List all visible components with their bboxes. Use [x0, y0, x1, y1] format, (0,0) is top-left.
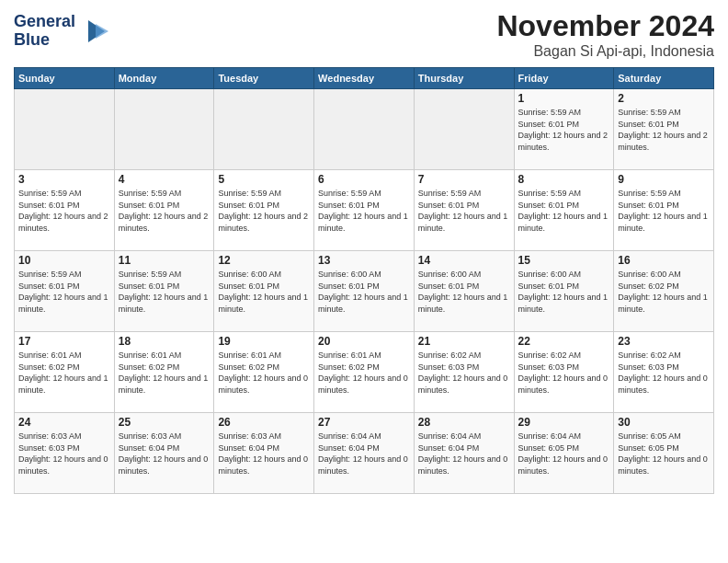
day-number: 29 [518, 416, 610, 429]
logo-line2: Blue [14, 31, 75, 50]
calendar-cell: 18Sunrise: 6:01 AMSunset: 6:02 PMDayligh… [114, 332, 214, 413]
calendar-week-1: 1Sunrise: 5:59 AMSunset: 6:01 PMDaylight… [15, 89, 714, 170]
calendar-cell: 4Sunrise: 5:59 AMSunset: 6:01 PMDaylight… [114, 170, 214, 251]
day-info: Sunrise: 6:02 AMSunset: 6:03 PMDaylight:… [418, 350, 510, 396]
day-number: 1 [518, 92, 610, 105]
day-number: 19 [218, 335, 310, 348]
month-title: November 2024 [496, 9, 714, 43]
calendar-cell: 6Sunrise: 5:59 AMSunset: 6:01 PMDaylight… [314, 170, 415, 251]
day-info: Sunrise: 5:59 AMSunset: 6:01 PMDaylight:… [218, 188, 310, 234]
day-number: 25 [119, 416, 210, 429]
day-info: Sunrise: 5:59 AMSunset: 6:01 PMDaylight:… [119, 269, 210, 315]
day-number: 2 [618, 92, 710, 105]
header-monday: Monday [114, 68, 214, 89]
day-number: 6 [318, 173, 410, 186]
calendar-cell: 11Sunrise: 5:59 AMSunset: 6:01 PMDayligh… [114, 251, 214, 332]
day-info: Sunrise: 5:59 AMSunset: 6:01 PMDaylight:… [518, 188, 610, 234]
logo-icon [77, 15, 110, 48]
day-info: Sunrise: 6:04 AMSunset: 6:04 PMDaylight:… [318, 431, 410, 477]
day-info: Sunrise: 5:59 AMSunset: 6:01 PMDaylight:… [18, 269, 110, 315]
calendar-cell: 15Sunrise: 6:00 AMSunset: 6:01 PMDayligh… [514, 251, 614, 332]
logo-line1: General [14, 13, 75, 31]
day-info: Sunrise: 5:59 AMSunset: 6:01 PMDaylight:… [418, 188, 510, 234]
calendar-cell: 12Sunrise: 6:00 AMSunset: 6:01 PMDayligh… [214, 251, 314, 332]
calendar-table: Sunday Monday Tuesday Wednesday Thursday… [14, 67, 714, 494]
day-info: Sunrise: 6:03 AMSunset: 6:03 PMDaylight:… [18, 431, 110, 477]
calendar-cell: 30Sunrise: 6:05 AMSunset: 6:05 PMDayligh… [614, 413, 714, 494]
calendar-cell: 29Sunrise: 6:04 AMSunset: 6:05 PMDayligh… [514, 413, 614, 494]
day-info: Sunrise: 6:01 AMSunset: 6:02 PMDaylight:… [119, 350, 210, 396]
day-info: Sunrise: 6:04 AMSunset: 6:05 PMDaylight:… [518, 431, 610, 477]
day-number: 20 [318, 335, 410, 348]
day-info: Sunrise: 5:59 AMSunset: 6:01 PMDaylight:… [618, 107, 710, 153]
calendar-cell: 17Sunrise: 6:01 AMSunset: 6:02 PMDayligh… [15, 332, 115, 413]
calendar-cell: 25Sunrise: 6:03 AMSunset: 6:04 PMDayligh… [114, 413, 214, 494]
day-number: 27 [318, 416, 410, 429]
calendar-cell: 8Sunrise: 5:59 AMSunset: 6:01 PMDaylight… [514, 170, 614, 251]
header-wednesday: Wednesday [314, 68, 415, 89]
day-info: Sunrise: 5:59 AMSunset: 6:01 PMDaylight:… [318, 188, 410, 234]
svg-marker-1 [96, 24, 108, 39]
day-number: 23 [618, 335, 710, 348]
day-number: 4 [119, 173, 210, 186]
day-number: 15 [518, 254, 610, 267]
calendar-cell: 10Sunrise: 5:59 AMSunset: 6:01 PMDayligh… [15, 251, 115, 332]
header-saturday: Saturday [614, 68, 714, 89]
day-info: Sunrise: 6:00 AMSunset: 6:01 PMDaylight:… [418, 269, 510, 315]
day-info: Sunrise: 6:00 AMSunset: 6:02 PMDaylight:… [618, 269, 710, 315]
calendar-cell: 1Sunrise: 5:59 AMSunset: 6:01 PMDaylight… [514, 89, 614, 170]
day-number: 24 [18, 416, 110, 429]
header: General Blue November 2024 Bagan Si Api-… [14, 9, 714, 60]
day-number: 8 [518, 173, 610, 186]
day-number: 13 [318, 254, 410, 267]
calendar-cell [114, 89, 214, 170]
calendar-cell: 3Sunrise: 5:59 AMSunset: 6:01 PMDaylight… [15, 170, 115, 251]
calendar-cell: 20Sunrise: 6:01 AMSunset: 6:02 PMDayligh… [314, 332, 415, 413]
day-info: Sunrise: 6:00 AMSunset: 6:01 PMDaylight:… [318, 269, 410, 315]
day-info: Sunrise: 5:59 AMSunset: 6:01 PMDaylight:… [518, 107, 610, 153]
day-number: 22 [518, 335, 610, 348]
calendar-cell [15, 89, 115, 170]
day-info: Sunrise: 5:59 AMSunset: 6:01 PMDaylight:… [18, 188, 110, 234]
calendar-cell: 28Sunrise: 6:04 AMSunset: 6:04 PMDayligh… [414, 413, 514, 494]
day-info: Sunrise: 6:02 AMSunset: 6:03 PMDaylight:… [518, 350, 610, 396]
calendar-cell: 7Sunrise: 5:59 AMSunset: 6:01 PMDaylight… [414, 170, 514, 251]
day-number: 26 [218, 416, 310, 429]
logo: General Blue [14, 13, 110, 50]
calendar-week-4: 17Sunrise: 6:01 AMSunset: 6:02 PMDayligh… [15, 332, 714, 413]
title-area: November 2024 Bagan Si Api-api, Indonesi… [496, 9, 714, 60]
calendar-cell [314, 89, 415, 170]
calendar-cell: 21Sunrise: 6:02 AMSunset: 6:03 PMDayligh… [414, 332, 514, 413]
day-info: Sunrise: 6:03 AMSunset: 6:04 PMDaylight:… [218, 431, 310, 477]
calendar-cell: 19Sunrise: 6:01 AMSunset: 6:02 PMDayligh… [214, 332, 314, 413]
calendar-cell: 13Sunrise: 6:00 AMSunset: 6:01 PMDayligh… [314, 251, 415, 332]
day-number: 5 [218, 173, 310, 186]
day-number: 16 [618, 254, 710, 267]
day-number: 17 [18, 335, 110, 348]
calendar-week-5: 24Sunrise: 6:03 AMSunset: 6:03 PMDayligh… [15, 413, 714, 494]
day-info: Sunrise: 6:00 AMSunset: 6:01 PMDaylight:… [218, 269, 310, 315]
day-info: Sunrise: 6:01 AMSunset: 6:02 PMDaylight:… [18, 350, 110, 396]
calendar-cell: 16Sunrise: 6:00 AMSunset: 6:02 PMDayligh… [614, 251, 714, 332]
day-number: 30 [618, 416, 710, 429]
calendar-cell: 5Sunrise: 5:59 AMSunset: 6:01 PMDaylight… [214, 170, 314, 251]
day-number: 18 [119, 335, 210, 348]
calendar-header-row: Sunday Monday Tuesday Wednesday Thursday… [15, 68, 714, 89]
day-number: 10 [18, 254, 110, 267]
calendar-cell: 24Sunrise: 6:03 AMSunset: 6:03 PMDayligh… [15, 413, 115, 494]
day-info: Sunrise: 5:59 AMSunset: 6:01 PMDaylight:… [618, 188, 710, 234]
day-info: Sunrise: 6:01 AMSunset: 6:02 PMDaylight:… [218, 350, 310, 396]
location: Bagan Si Api-api, Indonesia [496, 43, 714, 60]
day-info: Sunrise: 6:01 AMSunset: 6:02 PMDaylight:… [318, 350, 410, 396]
day-info: Sunrise: 5:59 AMSunset: 6:01 PMDaylight:… [119, 188, 210, 234]
calendar-cell: 2Sunrise: 5:59 AMSunset: 6:01 PMDaylight… [614, 89, 714, 170]
day-number: 9 [618, 173, 710, 186]
page-container: General Blue November 2024 Bagan Si Api-… [0, 0, 728, 503]
calendar-week-3: 10Sunrise: 5:59 AMSunset: 6:01 PMDayligh… [15, 251, 714, 332]
calendar-cell: 14Sunrise: 6:00 AMSunset: 6:01 PMDayligh… [414, 251, 514, 332]
day-info: Sunrise: 6:03 AMSunset: 6:04 PMDaylight:… [119, 431, 210, 477]
calendar-cell: 27Sunrise: 6:04 AMSunset: 6:04 PMDayligh… [314, 413, 415, 494]
day-info: Sunrise: 6:00 AMSunset: 6:01 PMDaylight:… [518, 269, 610, 315]
header-sunday: Sunday [15, 68, 115, 89]
day-number: 14 [418, 254, 510, 267]
